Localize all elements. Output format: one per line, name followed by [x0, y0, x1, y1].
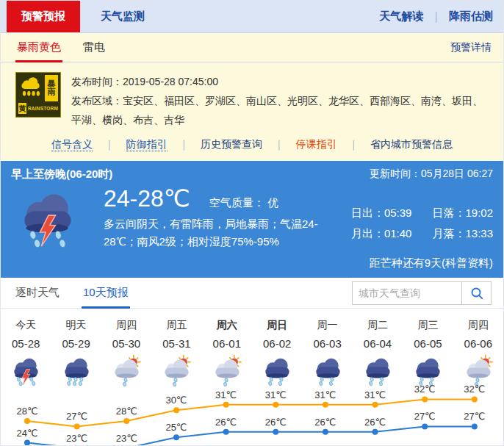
warning-tabbar: 暴雨黄色 雷电 预警详情 [1, 33, 503, 62]
day-date: 06-03 [302, 334, 352, 354]
day-date: 05-29 [51, 334, 101, 354]
link-signal-meaning[interactable]: 信号含义 [51, 138, 93, 151]
link-weather-interpret[interactable]: 天气解读 [379, 10, 423, 24]
publish-time-value: 2019-05-28 07:45:00 [123, 76, 218, 87]
svg-text:24℃: 24℃ [16, 428, 37, 439]
publish-time-row: 发布时间：2019-05-28 07:45:00 [71, 72, 492, 91]
svg-text:26℃: 26℃ [215, 417, 237, 428]
publish-area-row: 发布区域：宝安区、福田区、罗湖区、南山区、光明区、龙华区、西部海区、南湾、坂田、… [71, 91, 492, 129]
day-name: 明天 [51, 316, 101, 334]
air-quality: 空气质量： 优 [209, 196, 278, 210]
forecast-day[interactable]: 周二06-04 [353, 316, 403, 388]
svg-text:27℃: 27℃ [464, 411, 485, 422]
city-search-input[interactable] [353, 282, 461, 304]
forecast-day[interactable]: 周五05-31 [151, 316, 201, 388]
link-class-suspension[interactable]: 停课指引 [296, 138, 337, 150]
day-name: 周三 [403, 316, 453, 334]
link-province-warnings[interactable]: 省内城市预警信息 [370, 138, 453, 150]
forecast-day[interactable]: 周三06-05 [403, 316, 453, 388]
forecast-day[interactable]: 周日06-02 [252, 316, 302, 388]
link-history-query[interactable]: 历史预警查询 [201, 138, 262, 150]
temperature-range: 24-28℃ [104, 184, 190, 212]
divider: ｜ [431, 10, 442, 24]
rainstorm-yellow-warning-icon: 暴雨 黄 RAINSTORM [15, 72, 61, 118]
link-defense-guide[interactable]: 防御指引 [126, 138, 168, 151]
publish-area-value: 宝安区、福田区、罗湖区、南山区、光明区、龙华区、西部海区、南湾、坂田、平湖、横岗… [71, 95, 483, 126]
forecast-day[interactable]: 明天05-29 [51, 316, 101, 388]
warning-cloud-icon [18, 75, 43, 101]
warning-panel: 暴雨黄色 雷电 预警详情 [1, 33, 503, 161]
tab-weather-monitor[interactable]: 天气监测 [80, 1, 165, 32]
day-date: 06-01 [202, 334, 252, 354]
forecast-day[interactable]: 周六06-01 [202, 316, 252, 388]
day-date: 06-04 [353, 334, 403, 354]
day-date: 06-02 [252, 334, 302, 354]
update-time: 更新时间：05月28日 06:27 [370, 168, 493, 181]
sun-moon-times: 日出：05:39 日落：19:02 月出：01:40 月落：13:33 [351, 206, 493, 241]
day-date: 05-28 [1, 334, 51, 354]
weather-page: 预警预报 天气监测 天气解读 ｜ 降雨估测 暴雨黄色 雷电 预警详情 [0, 0, 504, 446]
svg-text:25℃: 25℃ [165, 422, 187, 433]
warning-links: 信号含义 ｜ 防御指引 ｜ 历史预警查询 ｜ 停课指引 ｜ 省内城市预警信息 [1, 129, 503, 161]
solar-term-link[interactable]: 距芒种还有9天(科普资料) [370, 256, 493, 270]
day-name: 今天 [1, 316, 51, 334]
day-date: 06-05 [403, 334, 453, 354]
svg-text:27℃: 27℃ [414, 411, 436, 422]
svg-text:28℃: 28℃ [116, 406, 137, 417]
day-date: 06-06 [453, 334, 503, 354]
search-icon [469, 286, 484, 301]
day-name: 周四 [101, 316, 151, 334]
svg-text:23℃: 23℃ [116, 433, 137, 444]
forecast-day[interactable]: 周四06-06 [453, 316, 503, 388]
day-date: 05-30 [101, 334, 151, 354]
forecast-day[interactable]: 今天05-28 [1, 316, 51, 388]
svg-text:26℃: 26℃ [364, 417, 386, 428]
sunset: 日落：19:02 [432, 206, 493, 220]
day-name: 周五 [151, 316, 201, 334]
search-button[interactable] [461, 282, 491, 304]
svg-text:26℃: 26℃ [314, 417, 336, 428]
weather-description: 多云间阴天，有雷阵雨，局地暴雨；气温24-28℃；南风2级；相对湿度75%-95… [104, 215, 346, 251]
day-name: 周日 [252, 316, 302, 334]
moonset: 月落：13:33 [432, 227, 493, 241]
tab-lightning[interactable]: 雷电 [83, 40, 105, 54]
link-warning-detail[interactable]: 预警详情 [450, 41, 492, 54]
svg-text:32℃: 32℃ [414, 384, 436, 395]
svg-text:27℃: 27℃ [66, 411, 87, 422]
tab-ten-day-forecast[interactable]: 10天预报 [82, 278, 130, 308]
warning-type-label: 暴雨 [45, 75, 58, 101]
day-date: 05-31 [151, 334, 201, 354]
day-name: 周六 [202, 316, 252, 334]
day-name: 周二 [353, 316, 403, 334]
thunderstorm-icon [15, 186, 79, 252]
link-rain-estimate[interactable]: 降雨估测 [449, 10, 493, 24]
forecast-days-row: 今天05-28明天05-29周四05-30 周五05-31 周六06-01 周日… [1, 309, 503, 388]
tab-rainstorm-yellow[interactable]: 暴雨黄色 [15, 33, 62, 62]
warning-level-label: 黄 [18, 103, 26, 114]
svg-text:31℃: 31℃ [364, 389, 386, 400]
header-tabbar: 预警预报 天气监测 天气解读 ｜ 降雨估测 [1, 1, 503, 33]
day-name: 周一 [302, 316, 352, 334]
sunrise: 日出：05:39 [351, 206, 412, 220]
ten-day-forecast: 今天05-28明天05-29周四05-30 周五05-31 周六06-01 周日… [1, 309, 503, 446]
svg-text:23℃: 23℃ [66, 433, 87, 444]
forecast-day[interactable]: 周一06-03 [302, 316, 352, 388]
svg-text:30℃: 30℃ [165, 395, 187, 406]
svg-text:31℃: 31℃ [215, 389, 237, 400]
forecast-tabbar: 逐时天气 10天预报 [1, 278, 503, 309]
day-name: 周四 [453, 316, 503, 334]
svg-text:26℃: 26℃ [265, 417, 287, 428]
city-search-box [352, 281, 492, 305]
moonrise: 月出：01:40 [351, 227, 412, 241]
forecast-day[interactable]: 周四05-30 [101, 316, 151, 388]
svg-text:32℃: 32℃ [464, 384, 485, 395]
svg-text:31℃: 31℃ [265, 389, 287, 400]
warning-text: 发布时间：2019-05-28 07:45:00 发布区域：宝安区、福田区、罗湖… [71, 72, 492, 129]
warning-en-label: RAINSTORM [28, 103, 58, 114]
temperature-trend-chart: 28℃27℃28℃30℃31℃31℃31℃31℃32℃32℃24℃23℃23℃2… [1, 382, 504, 446]
svg-text:31℃: 31℃ [314, 389, 336, 400]
current-weather-panel: 早上至傍晚(06-20时) 更新时间：05月28日 06:27 24-28℃ 空… [1, 161, 503, 278]
tab-alert-forecast[interactable]: 预警预报 [7, 1, 80, 32]
tab-hourly-weather[interactable]: 逐时天气 [15, 286, 60, 300]
svg-text:28℃: 28℃ [16, 406, 37, 417]
